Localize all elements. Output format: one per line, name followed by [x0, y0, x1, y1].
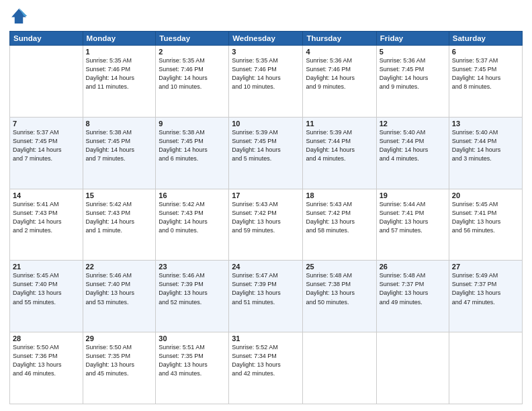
day-number: 21: [13, 263, 80, 271]
day-info: Sunrise: 5:45 AM Sunset: 7:40 PM Dayligh…: [13, 271, 80, 306]
day-info: Sunrise: 5:45 AM Sunset: 7:41 PM Dayligh…: [452, 200, 519, 235]
day-number: 5: [380, 48, 446, 56]
day-number: 23: [159, 263, 226, 271]
logo: [9, 7, 30, 26]
calendar-cell: 27Sunrise: 5:49 AM Sunset: 7:37 PM Dayli…: [449, 261, 522, 332]
weekday-header-sunday: Sunday: [10, 32, 83, 46]
day-number: 6: [452, 48, 519, 56]
calendar-cell: 23Sunrise: 5:46 AM Sunset: 7:39 PM Dayli…: [156, 261, 229, 332]
calendar-cell: 24Sunrise: 5:47 AM Sunset: 7:39 PM Dayli…: [229, 261, 303, 332]
day-number: 15: [86, 191, 153, 199]
calendar-cell: 14Sunrise: 5:41 AM Sunset: 7:43 PM Dayli…: [10, 189, 83, 261]
day-number: 28: [13, 334, 80, 342]
calendar-cell: 12Sunrise: 5:40 AM Sunset: 7:44 PM Dayli…: [376, 117, 449, 189]
calendar-cell: 22Sunrise: 5:46 AM Sunset: 7:40 PM Dayli…: [83, 261, 156, 332]
day-number: 31: [232, 334, 300, 342]
day-number: 18: [306, 191, 373, 199]
day-number: 4: [306, 48, 373, 56]
calendar-week-row: 28Sunrise: 5:50 AM Sunset: 7:36 PM Dayli…: [10, 332, 523, 404]
calendar-cell: 26Sunrise: 5:48 AM Sunset: 7:37 PM Dayli…: [376, 261, 449, 332]
day-info: Sunrise: 5:48 AM Sunset: 7:38 PM Dayligh…: [306, 271, 373, 306]
day-info: Sunrise: 5:49 AM Sunset: 7:37 PM Dayligh…: [452, 271, 519, 306]
day-number: 2: [159, 48, 226, 56]
calendar-cell: 30Sunrise: 5:51 AM Sunset: 7:35 PM Dayli…: [156, 332, 229, 404]
day-info: Sunrise: 5:37 AM Sunset: 7:45 PM Dayligh…: [13, 128, 80, 163]
day-number: 13: [452, 120, 519, 128]
calendar-cell: 4Sunrise: 5:36 AM Sunset: 7:46 PM Daylig…: [303, 46, 376, 118]
calendar-cell: 20Sunrise: 5:45 AM Sunset: 7:41 PM Dayli…: [449, 189, 522, 261]
calendar-cell: 18Sunrise: 5:43 AM Sunset: 7:42 PM Dayli…: [303, 189, 376, 261]
calendar-cell: 6Sunrise: 5:37 AM Sunset: 7:45 PM Daylig…: [449, 46, 522, 118]
calendar-cell: 2Sunrise: 5:35 AM Sunset: 7:46 PM Daylig…: [156, 46, 229, 118]
day-info: Sunrise: 5:51 AM Sunset: 7:35 PM Dayligh…: [159, 343, 226, 378]
day-number: 24: [232, 263, 300, 271]
calendar-cell: 13Sunrise: 5:40 AM Sunset: 7:44 PM Dayli…: [449, 117, 522, 189]
calendar-cell: [303, 332, 376, 404]
calendar-cell: [376, 332, 449, 404]
calendar-cell: 5Sunrise: 5:36 AM Sunset: 7:45 PM Daylig…: [376, 46, 449, 118]
day-number: 17: [232, 191, 300, 199]
day-number: 16: [159, 191, 226, 199]
day-info: Sunrise: 5:35 AM Sunset: 7:46 PM Dayligh…: [232, 56, 300, 91]
day-number: 11: [306, 120, 373, 128]
calendar-week-row: 21Sunrise: 5:45 AM Sunset: 7:40 PM Dayli…: [10, 261, 523, 332]
calendar-cell: 21Sunrise: 5:45 AM Sunset: 7:40 PM Dayli…: [10, 261, 83, 332]
day-info: Sunrise: 5:42 AM Sunset: 7:43 PM Dayligh…: [159, 200, 226, 235]
day-number: 22: [86, 263, 153, 271]
calendar-cell: 10Sunrise: 5:39 AM Sunset: 7:45 PM Dayli…: [229, 117, 303, 189]
day-info: Sunrise: 5:43 AM Sunset: 7:42 PM Dayligh…: [232, 200, 300, 235]
day-number: 30: [159, 334, 226, 342]
calendar-cell: 19Sunrise: 5:44 AM Sunset: 7:41 PM Dayli…: [376, 189, 449, 261]
day-info: Sunrise: 5:35 AM Sunset: 7:46 PM Dayligh…: [159, 56, 226, 91]
calendar-cell: 31Sunrise: 5:52 AM Sunset: 7:34 PM Dayli…: [229, 332, 303, 404]
day-number: 8: [86, 120, 153, 128]
day-info: Sunrise: 5:38 AM Sunset: 7:45 PM Dayligh…: [159, 128, 226, 163]
page: SundayMondayTuesdayWednesdayThursdayFrid…: [0, 0, 532, 411]
calendar-cell: 8Sunrise: 5:38 AM Sunset: 7:45 PM Daylig…: [83, 117, 156, 189]
day-number: 25: [306, 263, 373, 271]
calendar-cell: 29Sunrise: 5:50 AM Sunset: 7:35 PM Dayli…: [83, 332, 156, 404]
weekday-header-tuesday: Tuesday: [156, 32, 229, 46]
day-info: Sunrise: 5:46 AM Sunset: 7:39 PM Dayligh…: [159, 271, 226, 306]
day-info: Sunrise: 5:35 AM Sunset: 7:46 PM Dayligh…: [86, 56, 153, 91]
logo-icon: [9, 7, 28, 26]
day-number: 3: [232, 48, 300, 56]
day-info: Sunrise: 5:36 AM Sunset: 7:45 PM Dayligh…: [380, 56, 446, 91]
day-number: 19: [380, 191, 446, 199]
calendar-cell: 28Sunrise: 5:50 AM Sunset: 7:36 PM Dayli…: [10, 332, 83, 404]
day-info: Sunrise: 5:40 AM Sunset: 7:44 PM Dayligh…: [380, 128, 446, 163]
day-info: Sunrise: 5:37 AM Sunset: 7:45 PM Dayligh…: [452, 56, 519, 91]
calendar-cell: 11Sunrise: 5:39 AM Sunset: 7:44 PM Dayli…: [303, 117, 376, 189]
calendar-cell: 7Sunrise: 5:37 AM Sunset: 7:45 PM Daylig…: [10, 117, 83, 189]
calendar-week-row: 1Sunrise: 5:35 AM Sunset: 7:46 PM Daylig…: [10, 46, 523, 118]
day-info: Sunrise: 5:47 AM Sunset: 7:39 PM Dayligh…: [232, 271, 300, 306]
calendar-cell: [10, 46, 83, 118]
weekday-header-thursday: Thursday: [303, 32, 376, 46]
day-number: 29: [86, 334, 153, 342]
calendar-cell: 17Sunrise: 5:43 AM Sunset: 7:42 PM Dayli…: [229, 189, 303, 261]
day-info: Sunrise: 5:39 AM Sunset: 7:45 PM Dayligh…: [232, 128, 300, 163]
calendar-week-row: 14Sunrise: 5:41 AM Sunset: 7:43 PM Dayli…: [10, 189, 523, 261]
day-number: 7: [13, 120, 80, 128]
day-info: Sunrise: 5:40 AM Sunset: 7:44 PM Dayligh…: [452, 128, 519, 163]
day-number: 10: [232, 120, 300, 128]
day-info: Sunrise: 5:52 AM Sunset: 7:34 PM Dayligh…: [232, 343, 300, 378]
day-info: Sunrise: 5:50 AM Sunset: 7:35 PM Dayligh…: [86, 343, 153, 378]
day-number: 26: [380, 263, 446, 271]
calendar-cell: 25Sunrise: 5:48 AM Sunset: 7:38 PM Dayli…: [303, 261, 376, 332]
calendar-cell: 16Sunrise: 5:42 AM Sunset: 7:43 PM Dayli…: [156, 189, 229, 261]
header: [9, 7, 523, 26]
calendar-cell: 15Sunrise: 5:42 AM Sunset: 7:43 PM Dayli…: [83, 189, 156, 261]
day-info: Sunrise: 5:38 AM Sunset: 7:45 PM Dayligh…: [86, 128, 153, 163]
day-info: Sunrise: 5:36 AM Sunset: 7:46 PM Dayligh…: [306, 56, 373, 91]
day-number: 9: [159, 120, 226, 128]
day-info: Sunrise: 5:42 AM Sunset: 7:43 PM Dayligh…: [86, 200, 153, 235]
day-info: Sunrise: 5:43 AM Sunset: 7:42 PM Dayligh…: [306, 200, 373, 235]
calendar-week-row: 7Sunrise: 5:37 AM Sunset: 7:45 PM Daylig…: [10, 117, 523, 189]
day-number: 27: [452, 263, 519, 271]
day-info: Sunrise: 5:39 AM Sunset: 7:44 PM Dayligh…: [306, 128, 373, 163]
calendar-table: SundayMondayTuesdayWednesdayThursdayFrid…: [9, 31, 523, 404]
weekday-header-monday: Monday: [83, 32, 156, 46]
day-number: 12: [380, 120, 446, 128]
day-info: Sunrise: 5:48 AM Sunset: 7:37 PM Dayligh…: [380, 271, 446, 306]
